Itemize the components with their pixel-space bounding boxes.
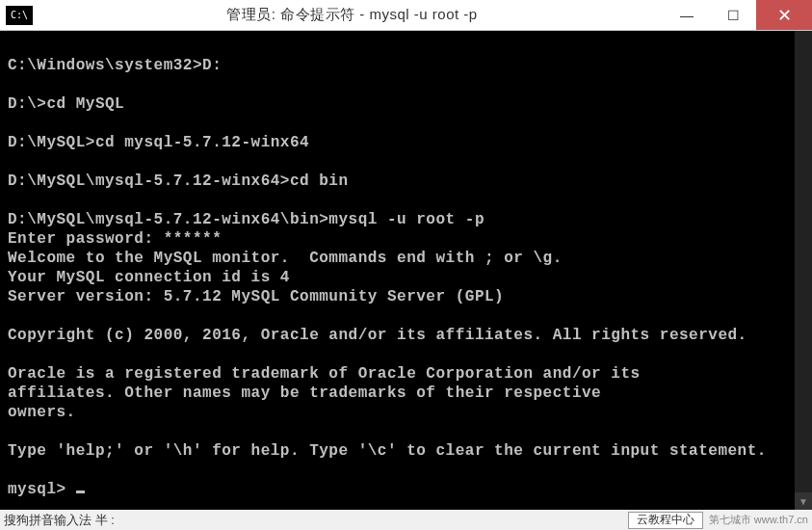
terminal-line xyxy=(8,37,804,56)
titlebar: C:\ 管理员: 命令提示符 - mysql -u root -p — ☐ ✕ xyxy=(0,0,812,31)
terminal-line: Type 'help;' or '\h' for help. Type '\c'… xyxy=(8,441,804,461)
terminal-line: D:\>cd MySQL xyxy=(8,94,804,114)
ime-watermark: 第七城市 www.th7.cn xyxy=(709,513,808,527)
cursor xyxy=(76,490,85,493)
terminal-line: Enter password: ****** xyxy=(8,229,804,249)
minimize-button[interactable]: — xyxy=(664,0,710,30)
terminal-area: C:\Windows\system32>D:D:\>cd MySQLD:\MyS… xyxy=(0,31,812,510)
terminal-line xyxy=(8,75,804,94)
maximize-button[interactable]: ☐ xyxy=(710,0,756,30)
terminal-line xyxy=(8,422,804,441)
ime-status: 搜狗拼音输入法 半 : xyxy=(4,512,115,529)
terminal-line: Oracle is a registered trademark of Orac… xyxy=(8,364,804,384)
terminal-line: mysql> xyxy=(8,480,804,499)
terminal-line: Welcome to the MySQL monitor. Commands e… xyxy=(8,249,804,268)
scrollbar[interactable]: ▲ ▼ xyxy=(795,31,812,510)
terminal-line: Copyright (c) 2000, 2016, Oracle and/or … xyxy=(8,326,804,345)
terminal-line: D:\MySQL\mysql-5.7.12-winx64>cd bin xyxy=(8,172,804,191)
terminal-line xyxy=(8,114,804,133)
terminal-line: C:\Windows\system32>D: xyxy=(8,56,804,75)
close-button[interactable]: ✕ xyxy=(756,0,812,30)
ime-candidate[interactable]: 云教程中心 xyxy=(628,512,703,529)
terminal-line: affiliates. Other names may be trademark… xyxy=(8,384,804,403)
terminal-line xyxy=(8,152,804,172)
terminal-line: D:\MySQL>cd mysql-5.7.12-winx64 xyxy=(8,133,804,152)
app-icon: C:\ xyxy=(6,6,33,25)
terminal-line xyxy=(8,345,804,364)
ime-bar: 搜狗拼音输入法 半 : 云教程中心 第七城市 www.th7.cn xyxy=(0,510,812,530)
terminal-line xyxy=(8,191,804,210)
terminal-output[interactable]: C:\Windows\system32>D:D:\>cd MySQLD:\MyS… xyxy=(0,31,812,510)
terminal-line: owners. xyxy=(8,403,804,422)
terminal-line: Server version: 5.7.12 MySQL Community S… xyxy=(8,287,804,306)
terminal-line: D:\MySQL\mysql-5.7.12-winx64\bin>mysql -… xyxy=(8,210,804,229)
window-title: 管理员: 命令提示符 - mysql -u root -p xyxy=(40,6,664,24)
terminal-line xyxy=(8,461,804,480)
window-controls: — ☐ ✕ xyxy=(664,0,812,30)
terminal-line xyxy=(8,306,804,326)
terminal-line: Your MySQL connection id is 4 xyxy=(8,268,804,287)
scroll-down-icon[interactable]: ▼ xyxy=(795,492,812,510)
scroll-thumb[interactable] xyxy=(795,31,812,510)
